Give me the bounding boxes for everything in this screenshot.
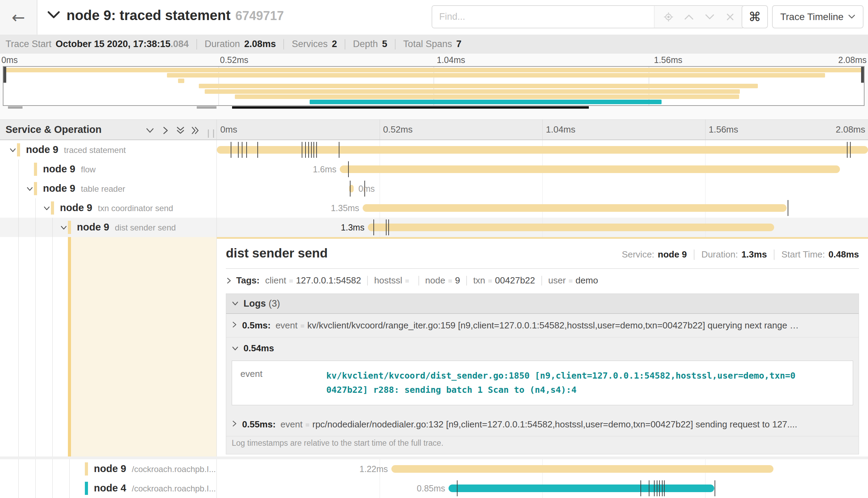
span-timeline-cell[interactable]: 1.6ms [216, 160, 868, 179]
logs-header[interactable]: Logs (3) [226, 294, 859, 314]
tag-item: node=9 [425, 275, 460, 286]
logs-count: (3) [269, 298, 280, 309]
log-entry[interactable]: 0.5ms: event = kv/kvclient/kvcoord/range… [226, 314, 859, 337]
span-timeline-cell[interactable]: 1.3ms [216, 218, 868, 237]
log-tick-marker [311, 142, 312, 158]
tree-guide [18, 459, 19, 479]
span-timeline-cell[interactable]: 0.85ms [216, 479, 868, 498]
span-detail-indent[interactable] [0, 237, 216, 459]
find-clear-icon[interactable] [725, 12, 735, 22]
minimap-canvas[interactable] [3, 66, 865, 106]
row-separator [0, 456, 868, 459]
span-row[interactable]: node 9txn coordinator send1.35ms [0, 198, 868, 218]
span-name-cell[interactable]: node 9dist sender send [0, 218, 216, 237]
minimap-viewport-mark[interactable] [232, 106, 589, 109]
span-detail-title: dist sender send [226, 246, 328, 261]
log-key: event [281, 419, 303, 430]
find-next-icon[interactable] [705, 12, 715, 22]
tree-guide [18, 237, 19, 459]
minimap-tick-label: 1.56ms [654, 55, 682, 65]
back-button[interactable]: ← [0, 0, 37, 35]
span-duration-bar[interactable] [363, 204, 787, 212]
expand-all-icon[interactable] [190, 125, 200, 136]
find-group [432, 5, 745, 28]
meta-label: Duration: [701, 249, 738, 260]
log-tick-marker [640, 480, 641, 496]
minimap-scrubber-right[interactable] [861, 67, 864, 83]
trace-view-select[interactable]: Trace Timeline [772, 5, 863, 28]
span-timeline-cell[interactable] [216, 140, 868, 160]
tag-item: client=127.0.0.1:54582 [265, 275, 361, 286]
log-entry[interactable]: 0.55ms: event = rpc/nodedialer/nodediale… [226, 413, 859, 436]
tree-guide [35, 218, 36, 237]
span-row[interactable]: node 4/cockroach.roachpb.I...0.85ms [0, 479, 868, 498]
log-value: kv/kvclient/kvcoord/range_iter.go:159 [n… [307, 320, 853, 331]
logs-note: Log timestamps are relative to the start… [226, 436, 859, 454]
span-row[interactable]: node 9/cockroach.roachpb.I...1.22ms [0, 459, 868, 479]
operation-name: flow [81, 165, 96, 174]
span-name-cell[interactable]: node 9txn coordinator send [0, 198, 216, 218]
span-name-cell[interactable]: node 9flow [0, 160, 216, 179]
summary-label: Services [292, 39, 328, 49]
operation-name: /cockroach.roachpb.I... [132, 484, 216, 493]
span-row[interactable]: node 9flow1.6ms [0, 160, 868, 179]
span-detail-card: dist sender send Service:node 9Duration:… [216, 237, 868, 459]
ruler-tick-label: 0ms [220, 124, 237, 135]
span-duration-bar[interactable] [449, 485, 714, 492]
collapse-children-icon[interactable] [60, 224, 68, 232]
separator [418, 276, 419, 286]
service-color-bar [17, 143, 20, 156]
find-input[interactable] [432, 6, 654, 28]
span-name-cell[interactable]: node 9traced statement [0, 140, 216, 160]
keyboard-shortcuts-button[interactable]: ⌘ [742, 5, 768, 28]
span-accent-fill [71, 237, 216, 459]
span-duration-bar[interactable] [217, 146, 868, 154]
collapse-children-icon[interactable] [9, 146, 17, 154]
span-duration-bar[interactable] [391, 465, 774, 473]
panel-splitter[interactable] [208, 129, 214, 138]
log-tick-marker [386, 219, 387, 235]
timeline-ruler: 0ms0.52ms1.04ms1.56ms2.08ms [216, 120, 868, 139]
summary-label: Depth [353, 39, 378, 49]
tree-guide [52, 479, 53, 498]
span-row[interactable]: node 9traced statement [0, 140, 868, 160]
log-tick-marker [238, 142, 239, 158]
minimap-viewport-mark[interactable] [197, 106, 216, 109]
find-previous-icon[interactable] [684, 12, 694, 22]
collapse-all-icon[interactable] [175, 125, 186, 136]
minimap-span-bar [178, 79, 184, 83]
log-tick-marker [388, 219, 389, 235]
minimap-tick-label: 1.04ms [437, 55, 465, 65]
title-collapse-icon[interactable] [47, 10, 60, 21]
log-entry-expanded[interactable]: 0.54ms [226, 337, 859, 356]
collapse-one-icon[interactable] [145, 125, 155, 136]
service-operation-header: Service & Operation [6, 124, 101, 135]
span-timeline-cell[interactable]: 1.35ms [216, 198, 868, 218]
span-name-cell[interactable]: node 9/cockroach.roachpb.I... [0, 459, 216, 479]
span-name-cell[interactable]: node 9table reader [0, 179, 216, 198]
span-timeline-cell[interactable]: 1.22ms [216, 459, 868, 479]
tree-guide [52, 218, 53, 237]
separator [196, 39, 197, 49]
span-duration-bar[interactable] [368, 224, 774, 231]
collapse-children-icon[interactable] [43, 205, 51, 212]
span-name-cell[interactable]: node 4/cockroach.roachpb.I... [0, 479, 216, 498]
timeline-gridline [380, 179, 380, 198]
log-tick-marker [654, 480, 655, 496]
expand-one-icon[interactable] [160, 125, 170, 136]
span-row[interactable]: node 9table reader0ms [0, 179, 868, 198]
minimap-viewport-mark[interactable] [8, 106, 23, 109]
timeline-gridline [705, 179, 706, 198]
separator [367, 276, 368, 286]
span-row[interactable]: node 9dist sender send1.3ms [0, 218, 868, 237]
span-timeline-cell[interactable]: 0ms [216, 179, 868, 198]
tags-row[interactable]: Tags: client=127.0.0.1:54582hostssl=node… [226, 275, 859, 286]
summary-item: Total Spans7 [403, 39, 461, 49]
span-duration-bar[interactable] [340, 165, 840, 173]
log-tick-marker [649, 480, 649, 496]
log-tick-marker [257, 142, 258, 158]
minimap-scrubber-left[interactable] [3, 67, 6, 83]
locate-icon[interactable] [663, 12, 674, 22]
collapse-children-icon[interactable] [26, 185, 34, 193]
log-tick-marker [350, 181, 351, 197]
